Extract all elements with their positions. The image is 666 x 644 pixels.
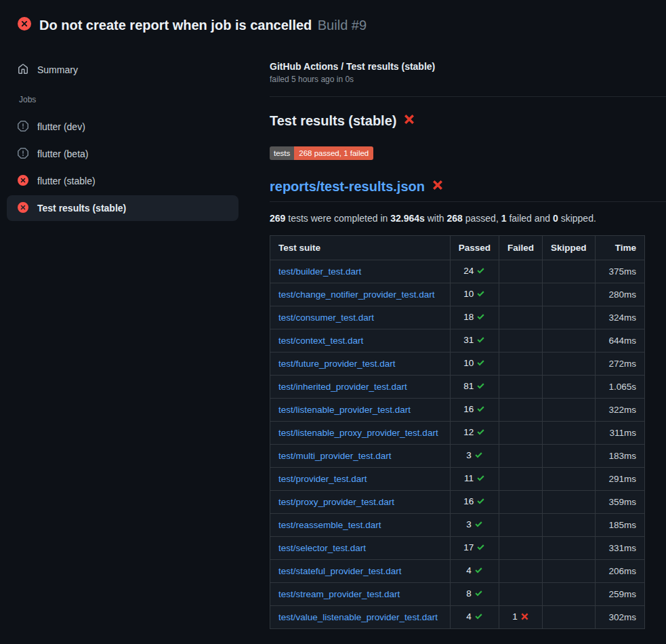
report-file-link[interactable]: reports/test-results.json [270,179,425,195]
check-icon [476,497,485,508]
skipped-cell [543,537,596,560]
time-cell: 272ms [595,353,644,376]
failed-cell [499,422,543,445]
column-header-test-suite: Test suite [270,236,451,260]
test-suite-link[interactable]: test/multi_provider_test.dart [278,451,392,461]
test-suite-link[interactable]: test/future_provider_test.dart [278,359,396,369]
test-suite-link[interactable]: test/stateful_provider_test.dart [278,566,402,576]
check-icon [476,336,485,346]
passed-cell: 4 [450,560,499,583]
run-status-line: failed 5 hours ago in 0s [270,75,666,84]
check-icon [476,289,485,300]
skipped-cell [543,260,596,283]
table-row: test/builder_test.dart24375ms [270,260,645,283]
jobs-heading: Jobs [7,95,238,104]
skipped-cell [543,306,596,329]
failed-cell [499,468,543,491]
skipped-cell [543,606,596,629]
cross-mark-icon [520,612,529,623]
skipped-cell [543,376,596,399]
skipped-cell [543,560,596,583]
passed-cell: 18 [450,306,499,329]
skipped-cell [543,583,596,606]
table-row: test/listenable_proxy_provider_test.dart… [270,422,645,445]
report-title: reports/test-results.json [270,179,666,202]
x-circle-icon [18,202,28,215]
failed-cell [499,283,543,306]
skipped-cell [543,329,596,353]
home-icon [18,64,28,77]
test-suite-link[interactable]: test/inherited_provider_test.dart [278,382,407,392]
passed-cell: 17 [450,537,499,560]
time-cell: 644ms [595,329,644,353]
tests-badge: tests 268 passed, 1 failed [270,146,373,160]
sidebar: Summary Jobs flutter (dev)flutter (beta)… [0,38,264,222]
divider [270,96,666,97]
test-suite-link[interactable]: test/listenable_provider_test.dart [278,405,411,415]
passed-cell: 4 [450,606,499,629]
sidebar-job-label: Test results (stable) [37,203,126,214]
column-header-time: Time [595,236,644,260]
sidebar-job-item[interactable]: flutter (dev) [7,114,238,140]
page-title: Do not create report when job is cancell… [39,18,312,33]
build-number: Build #9 [318,18,367,33]
section-title: Test results (stable) [270,113,666,129]
check-icon [476,313,485,323]
passed-cell: 12 [450,422,499,445]
test-suite-link[interactable]: test/change_notifier_provider_test.dart [278,289,434,300]
table-row: test/selector_test.dart17331ms [270,537,645,560]
passed-cell: 3 [450,445,499,468]
test-suite-link[interactable]: test/provider_test.dart [278,474,367,484]
test-suite-link[interactable]: test/consumer_test.dart [278,313,374,323]
table-row: test/multi_provider_test.dart3183ms [270,445,645,468]
skipped-cell [543,422,596,445]
test-suite-link[interactable]: test/proxy_provider_test.dart [278,497,394,507]
skipped-cell [543,468,596,491]
sidebar-job-item[interactable]: flutter (stable) [7,168,238,194]
table-row: test/stateful_provider_test.dart4206ms [270,560,645,583]
time-cell: 280ms [595,283,644,306]
test-suite-link[interactable]: test/reassemble_test.dart [278,520,381,530]
column-header-skipped: Skipped [543,236,596,260]
test-suite-link[interactable]: test/stream_provider_test.dart [278,589,400,599]
table-row: test/reassemble_test.dart3185ms [270,514,645,537]
check-icon [476,266,485,277]
sidebar-job-item[interactable]: Test results (stable) [7,195,238,221]
skipped-cell [543,353,596,376]
sidebar-job-item[interactable]: flutter (beta) [7,141,238,167]
time-cell: 259ms [595,583,644,606]
check-icon [474,451,483,462]
test-suite-link[interactable]: test/value_listenable_provider_test.dart [278,612,438,622]
failed-cell [499,583,543,606]
test-suite-link[interactable]: test/listenable_proxy_provider_test.dart [278,428,438,438]
check-icon [474,612,483,623]
table-row: test/provider_test.dart11291ms [270,468,645,491]
passed-cell: 31 [450,329,499,353]
failed-cell [499,306,543,329]
sidebar-job-label: flutter (beta) [37,148,88,159]
time-cell: 324ms [595,306,644,329]
test-suite-link[interactable]: test/builder_test.dart [278,266,361,277]
passed-cell: 16 [450,399,499,422]
test-suite-link[interactable]: test/selector_test.dart [278,543,366,553]
skipped-cell [543,399,596,422]
failed-cell [499,329,543,353]
failed-cell [499,399,543,422]
sidebar-item-summary[interactable]: Summary [7,57,238,83]
table-row: test/future_provider_test.dart10272ms [270,353,645,376]
x-circle-icon [18,175,28,188]
skipped-cell [543,445,596,468]
time-cell: 331ms [595,537,644,560]
table-row: test/value_listenable_provider_test.dart… [270,606,645,629]
table-row: test/consumer_test.dart18324ms [270,306,645,329]
table-row: test/proxy_provider_test.dart16359ms [270,491,645,514]
passed-cell: 16 [450,491,499,514]
passed-cell: 11 [450,468,499,491]
check-icon [476,474,485,485]
failed-cell [499,514,543,537]
test-suite-link[interactable]: test/context_test.dart [278,336,363,346]
skipped-cell [543,283,596,306]
x-circle-icon [18,17,31,33]
stop-icon [18,121,28,134]
failed-cell [499,260,543,283]
